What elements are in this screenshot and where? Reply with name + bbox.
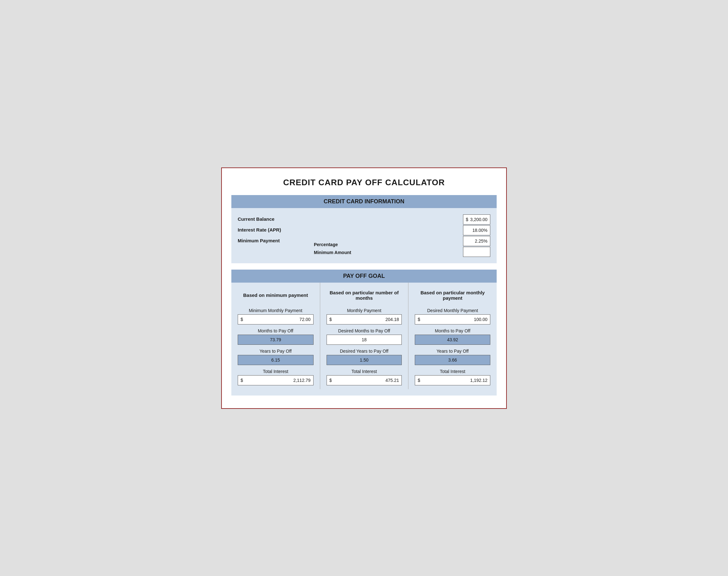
col2-payment-input: $ 204.18 <box>327 314 402 324</box>
col2-payment-label: Monthly Payment <box>347 308 381 313</box>
col1-interest-dollar: $ <box>241 378 243 383</box>
col1-months-value: 73.79 <box>270 337 281 342</box>
col3-interest-input: $ 1,192.12 <box>415 375 490 385</box>
payoff-col-2: Based on particular number of months Mon… <box>320 283 409 389</box>
col2-years-group: Desired Years to Pay Off 1.50 <box>327 349 402 365</box>
col1-interest-value: 2,112.79 <box>245 378 311 383</box>
col3-years-group: Years to Pay Off 3.66 <box>415 349 490 365</box>
col2-years-value: 1.50 <box>360 357 368 363</box>
col1-years-group: Years to Pay Off 6.15 <box>238 349 313 365</box>
col2-interest-group: Total Interest $ 475.21 <box>327 369 402 385</box>
col3-interest-value: 1,192.12 <box>422 378 487 383</box>
col3-months-group: Months to Pay Off 43.92 <box>415 328 490 345</box>
col1-years-label: Years to Pay Off <box>260 349 292 354</box>
col2-header: Based on particular number of months <box>327 288 402 303</box>
col2-years-input: 1.50 <box>327 355 402 365</box>
col3-dollar: $ <box>418 317 420 322</box>
col1-years-input: 6.15 <box>238 355 313 365</box>
col3-interest-group: Total Interest $ 1,192.12 <box>415 369 490 385</box>
col3-years-input: 3.66 <box>415 355 490 365</box>
col3-years-value: 3.66 <box>448 357 457 363</box>
col1-payment-label: Minimum Monthly Payment <box>249 308 303 313</box>
col3-payment-label: Desired Monthly Payment <box>427 308 478 313</box>
min-payment-pct-value: 2.25% <box>466 238 487 243</box>
payoff-section: Based on minimum payment Minimum Monthly… <box>231 283 497 396</box>
col3-payment-input[interactable]: $ 100.00 <box>415 314 490 324</box>
col2-years-label: Desired Years to Pay Off <box>340 349 388 354</box>
cc-info-section: Current Balance Interest Rate (APR) Mini… <box>231 208 497 263</box>
dollar-sign-1: $ <box>466 217 468 222</box>
interest-rate-value: 18.00% <box>466 228 487 233</box>
main-title: CREDIT CARD PAY OFF CALCULATOR <box>231 178 497 188</box>
col3-payment-value: 100.00 <box>422 317 487 322</box>
col2-payment-group: Monthly Payment $ 204.18 <box>327 308 402 324</box>
col1-dollar: $ <box>241 317 243 322</box>
col1-years-value: 6.15 <box>271 357 280 363</box>
minimum-amount-label: Minimum Amount <box>314 249 365 257</box>
col3-months-input: 43.92 <box>415 335 490 345</box>
cc-info-inputs: $ 3,200.00 18.00% 2.25% <box>463 214 490 257</box>
col1-months-group: Months to Pay Off 73.79 <box>238 328 313 345</box>
col2-interest-label: Total Interest <box>351 369 377 374</box>
cc-info-header: CREDIT CARD INFORMATION <box>231 195 497 208</box>
col1-interest-label: Total Interest <box>263 369 288 374</box>
min-payment-pct-input[interactable]: 2.25% <box>463 236 490 246</box>
col1-months-input: 73.79 <box>238 335 313 345</box>
payoff-col-1: Based on minimum payment Minimum Monthly… <box>231 283 320 389</box>
interest-rate-input[interactable]: 18.00% <box>463 225 490 235</box>
col1-payment-value: 72.00 <box>245 317 311 322</box>
col3-months-value: 43.92 <box>447 337 458 342</box>
col1-payment-input[interactable]: $ 72.00 <box>238 314 313 324</box>
col2-months-input[interactable]: 18 <box>327 335 402 345</box>
calculator-container: CREDIT CARD PAY OFF CALCULATOR CREDIT CA… <box>221 168 507 409</box>
col3-interest-dollar: $ <box>418 378 420 383</box>
col2-dollar: $ <box>329 317 332 322</box>
payoff-columns: Based on minimum payment Minimum Monthly… <box>231 283 497 396</box>
col3-years-label: Years to Pay Off <box>437 349 469 354</box>
col1-interest-input: $ 2,112.79 <box>238 375 313 385</box>
payoff-col-3: Based on particular monthly payment Desi… <box>408 283 497 389</box>
col2-payment-value: 204.18 <box>334 317 399 322</box>
col1-months-label: Months to Pay Off <box>258 328 293 333</box>
col1-payment-group: Minimum Monthly Payment $ 72.00 <box>238 308 313 324</box>
col2-interest-dollar: $ <box>329 378 332 383</box>
section-gap <box>231 263 497 269</box>
col1-header: Based on minimum payment <box>243 288 308 303</box>
current-balance-input[interactable]: $ 3,200.00 <box>463 214 490 225</box>
cc-info-grid: Current Balance Interest Rate (APR) Mini… <box>238 214 490 257</box>
minimum-payment-label: Minimum Payment <box>238 236 308 246</box>
interest-rate-label: Interest Rate (APR) <box>238 225 308 235</box>
col3-months-label: Months to Pay Off <box>435 328 470 333</box>
cc-info-labels: Current Balance Interest Rate (APR) Mini… <box>238 214 308 246</box>
col2-months-label: Desired Months to Pay Off <box>338 328 390 333</box>
col2-months-group: Desired Months to Pay Off 18 <box>327 328 402 345</box>
current-balance-value: 3,200.00 <box>470 217 488 222</box>
col3-interest-label: Total Interest <box>440 369 465 374</box>
col2-interest-input: $ 475.21 <box>327 375 402 385</box>
col2-interest-value: 475.21 <box>334 378 399 383</box>
col3-header: Based on particular monthly payment <box>415 288 490 303</box>
col1-interest-group: Total Interest $ 2,112.79 <box>238 369 313 385</box>
col3-payment-group: Desired Monthly Payment $ 100.00 <box>415 308 490 324</box>
cc-info-middle: Percentage Minimum Amount <box>314 241 365 257</box>
min-payment-amt-input[interactable] <box>463 247 490 257</box>
col2-months-value: 18 <box>329 337 399 342</box>
payoff-goal-header: PAY OFF GOAL <box>231 269 497 283</box>
current-balance-label: Current Balance <box>238 214 308 224</box>
percentage-label: Percentage <box>314 241 365 249</box>
